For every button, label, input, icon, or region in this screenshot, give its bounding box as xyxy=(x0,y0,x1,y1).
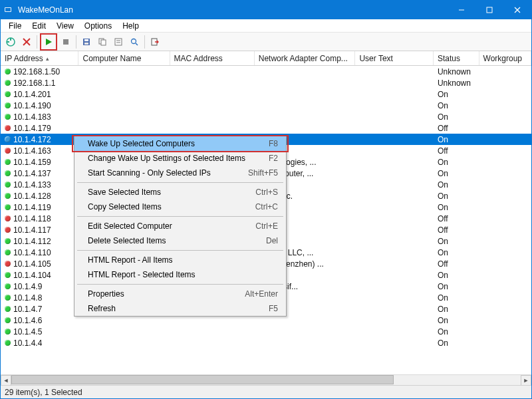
menu-edit[interactable]: Edit xyxy=(27,20,51,32)
ip-address-text: 10.1.4.128 xyxy=(13,192,51,201)
ip-address-text: 10.1.4.5 xyxy=(13,327,42,336)
column-header[interactable]: MAC Address xyxy=(170,51,255,65)
status-dot-icon xyxy=(5,102,11,108)
column-header[interactable]: Status xyxy=(434,51,479,65)
table-row[interactable]: 10.1.4.5On xyxy=(1,326,531,337)
toolbar-separator xyxy=(37,35,37,49)
close-button[interactable] xyxy=(503,1,531,19)
scroll-track[interactable] xyxy=(11,375,521,386)
status-dot-icon xyxy=(5,170,11,176)
context-menu-item[interactable]: Save Selected ItemsCtrl+S xyxy=(74,185,286,200)
cell: Off xyxy=(434,214,479,223)
context-menu-item[interactable]: Edit Selected ComputerCtrl+E xyxy=(74,219,286,233)
column-header[interactable]: User Text xyxy=(355,51,433,65)
cell: On xyxy=(434,271,479,280)
status-dot-icon xyxy=(5,261,11,267)
ip-address-text: 10.1.4.133 xyxy=(13,180,51,190)
cell-ip: 10.1.4.119 xyxy=(1,203,78,212)
window-title: WakeMeOnLan xyxy=(15,5,448,15)
cell: Off xyxy=(434,146,479,156)
context-menu-item[interactable]: Start Scanning - Only Selected IPsShift+… xyxy=(74,166,286,180)
toolbar-delete-icon[interactable] xyxy=(19,35,34,49)
cell-ip: 10.1.4.117 xyxy=(1,225,78,235)
status-dot-icon xyxy=(5,249,11,255)
menu-view[interactable]: View xyxy=(51,20,79,32)
ip-address-text: 10.1.4.4 xyxy=(13,338,42,348)
ip-address-text: 10.1.4.159 xyxy=(13,158,51,167)
toolbar-save-icon[interactable] xyxy=(79,35,94,49)
cell: On xyxy=(434,248,479,257)
table-row[interactable]: 10.1.4.183On xyxy=(1,111,531,122)
context-menu-item[interactable]: PropertiesAlt+Enter xyxy=(74,287,286,301)
context-menu-item[interactable]: HTML Report - All Items xyxy=(74,253,286,267)
cell-ip: 10.1.4.104 xyxy=(1,271,78,280)
context-menu-shortcut: Alt+Enter xyxy=(245,289,278,299)
menu-options[interactable]: Options xyxy=(79,20,117,32)
context-menu-item[interactable]: Delete Selected ItemsDel xyxy=(74,233,286,248)
context-menu-label: Edit Selected Computer xyxy=(88,221,255,231)
svg-line-22 xyxy=(136,43,138,45)
scroll-right-button[interactable]: ► xyxy=(521,375,531,386)
context-menu-separator xyxy=(77,284,283,285)
column-header[interactable]: IP Address▴ xyxy=(1,51,78,65)
cell-ip: 10.1.4.179 xyxy=(1,124,78,133)
toolbar-find-icon[interactable] xyxy=(127,35,142,49)
minimize-button[interactable] xyxy=(448,1,475,19)
context-menu-item[interactable]: Copy Selected ItemsCtrl+C xyxy=(74,200,286,214)
cell: On xyxy=(434,293,479,303)
context-menu-label: Start Scanning - Only Selected IPs xyxy=(88,168,248,178)
context-menu-label: Wake Up Selected Computers xyxy=(88,139,269,148)
table-row[interactable]: 192.168.1.50Unknown xyxy=(1,66,531,77)
context-menu-item[interactable]: Wake Up Selected ComputersF8 xyxy=(74,136,286,151)
cell-ip: 10.1.4.172 xyxy=(1,135,78,144)
status-dot-icon xyxy=(5,159,11,165)
svg-rect-17 xyxy=(101,40,106,45)
context-menu-shortcut: Ctrl+S xyxy=(255,188,278,197)
table-row[interactable]: 10.1.4.201On xyxy=(1,88,531,100)
app-icon xyxy=(1,5,15,15)
column-header[interactable]: Computer Name xyxy=(78,51,170,65)
column-header[interactable]: Workgroup xyxy=(479,51,531,65)
context-menu-item[interactable]: HTML Report - Selected Items xyxy=(74,267,286,282)
toolbar-wake-icon[interactable] xyxy=(3,35,18,49)
table-row[interactable]: 192.168.1.1Unknown xyxy=(1,77,531,88)
cell-ip: 10.1.4.163 xyxy=(1,146,78,156)
svg-rect-14 xyxy=(84,39,88,41)
context-menu-item[interactable]: RefreshF5 xyxy=(74,301,286,316)
cell: Off xyxy=(434,259,479,269)
table-row[interactable]: 10.1.4.4On xyxy=(1,337,531,348)
scroll-thumb[interactable] xyxy=(11,375,394,384)
toolbar-exit-icon[interactable] xyxy=(148,35,162,49)
table-row[interactable]: 10.1.4.179Off xyxy=(1,122,531,134)
cell-ip: 10.1.4.9 xyxy=(1,282,78,291)
svg-rect-7 xyxy=(10,38,11,41)
cell: On xyxy=(434,101,479,110)
cell-ip: 10.1.4.110 xyxy=(1,248,78,257)
cell: On xyxy=(434,135,479,144)
menu-help[interactable]: Help xyxy=(117,20,144,32)
toolbar-properties-icon[interactable] xyxy=(111,35,126,49)
status-dot-icon xyxy=(5,204,11,210)
context-menu-item[interactable]: Change Wake Up Settings of Selected Item… xyxy=(74,151,286,166)
cell: On xyxy=(434,90,479,99)
toolbar-copy-icon[interactable] xyxy=(95,35,110,49)
cell: Off xyxy=(434,124,479,133)
status-dot-icon xyxy=(5,283,11,289)
table-row[interactable]: 10.1.4.190On xyxy=(1,100,531,111)
scroll-left-button[interactable]: ◄ xyxy=(1,375,11,386)
listview-body[interactable]: 192.168.1.50Unknown192.168.1.1Unknown10.… xyxy=(1,66,531,374)
column-header[interactable]: Network Adapter Comp... xyxy=(255,51,356,65)
status-dot-icon xyxy=(5,272,11,278)
cell-ip: 10.1.4.183 xyxy=(1,112,78,122)
toolbar-stop-icon[interactable] xyxy=(59,35,73,49)
maximize-button[interactable] xyxy=(475,1,503,19)
context-menu-label: Properties xyxy=(88,289,245,299)
cell-ip: 10.1.4.190 xyxy=(1,101,78,110)
menu-file[interactable]: File xyxy=(3,20,27,32)
context-menu-label: Delete Selected Items xyxy=(88,236,266,245)
status-dot-icon xyxy=(5,182,11,188)
toolbar-play-icon[interactable] xyxy=(41,35,56,49)
ip-address-text: 192.168.1.1 xyxy=(13,78,55,88)
status-dot-icon xyxy=(5,329,11,334)
horizontal-scrollbar[interactable]: ◄ ► xyxy=(1,374,531,385)
